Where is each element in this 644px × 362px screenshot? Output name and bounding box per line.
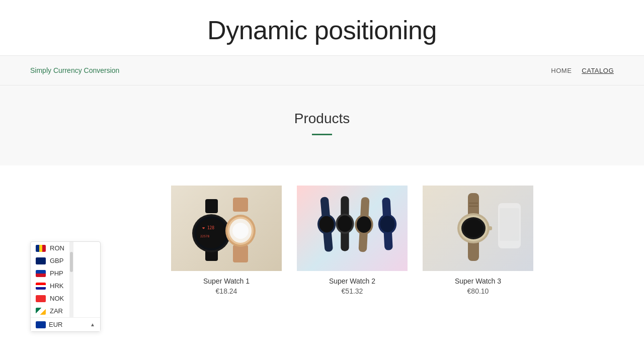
flag-nok: [36, 295, 46, 302]
currency-selector[interactable]: RON GBP PHP HRK NOK ZAR: [30, 241, 101, 315]
navbar-brand[interactable]: Simply Currency Conversion: [30, 66, 119, 74]
svg-rect-35: [500, 208, 519, 241]
currency-item-ron[interactable]: RON: [31, 242, 69, 254]
navbar: Simply Currency Conversion HOME CATALOG: [0, 55, 644, 85]
svg-rect-33: [488, 226, 492, 230]
nav-catalog[interactable]: CATALOG: [582, 67, 614, 74]
svg-point-32: [463, 219, 484, 237]
flag-hrk: [36, 283, 46, 290]
svg-point-18: [338, 216, 352, 232]
product-name-2: Super Watch 2: [297, 277, 408, 285]
flag-zar: [36, 308, 46, 315]
currency-item-php[interactable]: PHP: [31, 267, 69, 280]
product-name-1: Super Watch 1: [171, 277, 282, 285]
currency-item-zar[interactable]: ZAR: [31, 305, 69, 315]
nav-home[interactable]: HOME: [551, 67, 572, 74]
watch2-svg: [302, 188, 403, 268]
scrollbar-thumb: [70, 252, 73, 272]
navbar-links: HOME CATALOG: [551, 67, 614, 74]
currency-list[interactable]: RON GBP PHP HRK NOK ZAR: [31, 242, 69, 315]
product-image-1: ❤ 128 22578: [171, 186, 282, 271]
products-grid: ❤ 128 22578: [91, 186, 614, 295]
currency-code-gbp: GBP: [50, 257, 63, 264]
product-price-2: €51.32: [297, 287, 408, 295]
page-title: Dynamic positioning: [10, 15, 634, 45]
currency-scrollbar[interactable]: [69, 242, 73, 315]
page-title-section: Dynamic positioning: [0, 0, 644, 55]
watch3-svg: [428, 188, 528, 268]
svg-rect-7: [233, 245, 248, 262]
product-image-3: [423, 186, 533, 271]
products-underline: [312, 134, 332, 135]
products-header: Products: [0, 85, 644, 165]
product-card-3[interactable]: Super Watch 3 €80.10: [423, 186, 533, 295]
svg-rect-12: [233, 198, 248, 212]
currency-list-wrapper: RON GBP PHP HRK NOK ZAR: [31, 242, 100, 315]
product-card-1[interactable]: ❤ 128 22578: [171, 186, 282, 295]
flag-ron: [36, 245, 46, 252]
currency-item-gbp[interactable]: GBP: [31, 254, 69, 267]
currency-code-php: PHP: [50, 269, 63, 277]
product-card-2[interactable]: Super Watch 2 €51.32: [297, 186, 408, 295]
products-title: Products: [10, 111, 634, 127]
currency-item-nok[interactable]: NOK: [31, 292, 69, 305]
watch1-svg: ❤ 128 22578: [176, 188, 277, 268]
svg-text:❤ 128: ❤ 128: [202, 226, 214, 230]
currency-code-zar: ZAR: [50, 307, 63, 315]
currency-code-nok: NOK: [50, 295, 64, 302]
flag-php: [36, 270, 46, 277]
svg-text:22578: 22578: [200, 234, 209, 238]
currency-item-hrk[interactable]: HRK: [31, 280, 69, 292]
svg-point-3: [196, 218, 226, 248]
svg-rect-6: [205, 199, 218, 213]
product-name-3: Super Watch 3: [423, 277, 533, 285]
svg-point-11: [232, 223, 249, 239]
flag-gbp: [36, 257, 46, 264]
product-image-2: [297, 186, 408, 271]
product-price-3: €80.10: [423, 287, 533, 295]
currency-code-ron: RON: [50, 244, 64, 252]
product-price-1: €18.24: [171, 287, 282, 295]
currency-code-hrk: HRK: [50, 282, 63, 290]
